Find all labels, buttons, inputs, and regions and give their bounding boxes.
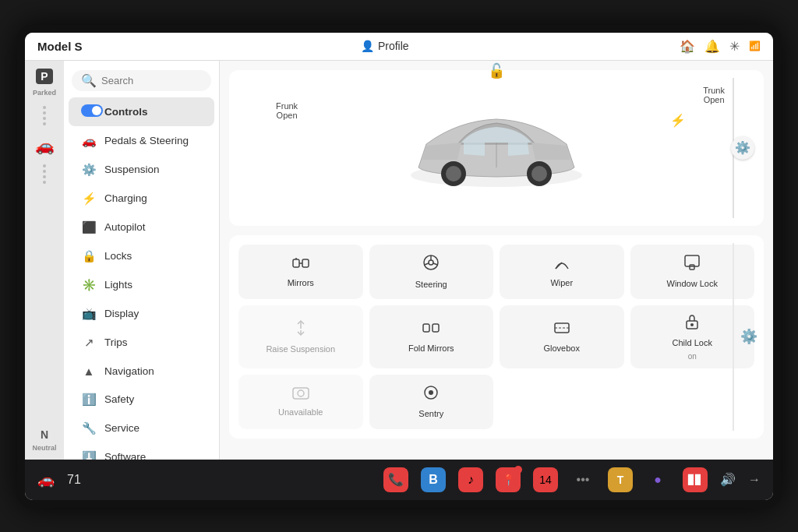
search-icon: 🔍 [81, 73, 97, 88]
steering-button[interactable]: Steering [369, 245, 494, 299]
wiper-icon [553, 255, 571, 274]
forward-icon[interactable]: → [748, 473, 761, 487]
sidebar-item-label: Software [104, 451, 146, 460]
taskbar: 🚗 71 📞 B ♪ 📍 14 ••• T [25, 460, 773, 500]
raise-suspension-label: Raise Suspension [266, 344, 335, 354]
svg-point-4 [531, 166, 547, 181]
sidebar-item-label: Pedals & Steering [104, 135, 189, 146]
more-app[interactable]: ••• [570, 467, 595, 492]
sidebar-item-display[interactable]: 📺 Display [69, 300, 214, 328]
sidebar-item-service[interactable]: 🔧 Service [69, 414, 214, 442]
bars-icon: ▊▊ [688, 474, 702, 485]
wiper-button[interactable]: Wiper [500, 245, 624, 299]
mirrors-button[interactable]: Mirrors [238, 245, 363, 299]
fold-mirrors-button[interactable]: Fold Mirrors [369, 305, 494, 368]
main-content: 🔓 Frunk Open [220, 61, 773, 460]
sidebar-item-navigation[interactable]: ▲ Navigation [69, 358, 214, 385]
music-icon: ♪ [468, 473, 474, 487]
trunk-label: Trunk Open [703, 86, 725, 104]
glovebox-button[interactable]: Glovebox [500, 305, 624, 368]
more-icon: ••• [577, 473, 590, 487]
bluetooth-app[interactable]: B [421, 467, 446, 492]
child-lock-button[interactable]: Child Lock on [630, 305, 755, 368]
music-app[interactable]: ♪ [458, 467, 483, 492]
child-lock-status: on [688, 352, 697, 361]
car-svg [395, 90, 598, 206]
sidebar-item-label: Safety [104, 393, 134, 405]
charging-icon: ⚡ [81, 192, 97, 206]
gear-status: Parked [33, 89, 56, 97]
car-icon[interactable]: 🚗 [37, 471, 55, 488]
svg-rect-7 [302, 259, 309, 267]
controls-gear-icon[interactable]: ⚙️ [740, 328, 757, 345]
raise-suspension-button[interactable]: Raise Suspension [238, 305, 363, 368]
settings-icon[interactable]: ✳ [729, 39, 740, 54]
calendar-icon: 14 [539, 474, 552, 486]
pedals-icon: 🚗 [81, 134, 97, 148]
lights-icon: ✳️ [81, 278, 97, 292]
sidebar-item-software[interactable]: ⬇️ Software [69, 443, 214, 460]
sound-icon[interactable]: 🔊 [720, 472, 736, 487]
svg-point-27 [298, 390, 304, 396]
bars-app[interactable]: ▊▊ [683, 467, 708, 492]
fold-mirrors-icon [422, 320, 440, 340]
controls-settings-gear[interactable]: ⚙️ [731, 136, 754, 160]
home-icon[interactable]: 🏠 [680, 39, 695, 54]
svg-rect-17 [690, 265, 694, 270]
header-icons: 🏠 🔔 ✳ 📶 [680, 39, 761, 54]
sidebar-item-safety[interactable]: ℹ️ Safety [69, 386, 214, 414]
software-icon: ⬇️ [81, 450, 97, 460]
sentry-button[interactable]: Sentry [369, 375, 494, 429]
sidebar-item-label: Autopilot [104, 221, 146, 233]
navigation-icon: ▲ [81, 365, 97, 378]
model-name: Model S [37, 40, 83, 53]
window-lock-button[interactable]: Window Lock [630, 245, 755, 299]
gear-indicator: P Parked 🚗 N Neutral [25, 61, 64, 460]
mirrors-icon [291, 255, 310, 274]
bell-icon[interactable]: 🔔 [704, 39, 720, 54]
search-input[interactable] [101, 75, 210, 86]
sidebar-item-label: Locks [104, 250, 132, 262]
trips-icon: ↗ [81, 336, 97, 350]
sidebar-item-label: Navigation [104, 365, 154, 377]
profile-area[interactable]: 👤 Profile [106, 40, 664, 52]
header: Model S 👤 Profile 🏠 🔔 ✳ 📶 [25, 33, 773, 61]
phone-app[interactable]: 📞 [383, 467, 408, 492]
calendar-app[interactable]: 14 [533, 467, 558, 492]
controls-row2: Raise Suspension Fold Mirrors [238, 305, 754, 368]
sidebar-item-lights[interactable]: ✳️ Lights [69, 271, 214, 299]
child-lock-icon [684, 313, 700, 334]
dot [43, 175, 46, 178]
sidebar-item-suspension[interactable]: ⚙️ Suspension [69, 156, 214, 184]
dot-app[interactable]: ● [645, 467, 670, 492]
svg-rect-20 [423, 324, 429, 332]
sidebar-item-locks[interactable]: 🔒 Locks [69, 242, 214, 270]
nav-app[interactable]: 📍 [496, 467, 521, 492]
sidebar-item-charging[interactable]: ⚡ Charging [69, 185, 214, 213]
svg-line-15 [556, 262, 562, 269]
autopilot-icon: ⬛ [81, 220, 97, 234]
window-lock-icon [683, 254, 701, 275]
sidebar-item-label: Service [104, 422, 139, 434]
search-bar[interactable]: 🔍 [72, 70, 211, 91]
tesla-app[interactable]: T [608, 467, 633, 492]
controls-row3: Unavailable Sentry [238, 375, 754, 429]
car-side-icon: 🚗 [35, 136, 55, 155]
steering-label: Steering [415, 280, 447, 290]
charge-icon: ⚡ [670, 113, 686, 128]
nav-icon: 📍 [502, 474, 515, 486]
unlock-icon: 🔓 [488, 62, 505, 79]
sidebar-item-pedals[interactable]: 🚗 Pedals & Steering [69, 127, 214, 155]
signal-icon: 📶 [749, 41, 761, 51]
svg-point-29 [429, 390, 433, 395]
toggle-on [81, 104, 103, 117]
locks-icon: 🔒 [81, 249, 97, 263]
gear-p: P [36, 69, 52, 84]
sidebar-item-autopilot[interactable]: ⬛ Autopilot [69, 213, 214, 241]
sidebar-item-trips[interactable]: ↗ Trips [69, 329, 214, 357]
unavailable-button[interactable]: Unavailable [238, 375, 363, 429]
sidebar-item-controls[interactable]: Controls [69, 97, 214, 126]
sidebar-item-label: Lights [104, 279, 132, 291]
temperature: 71 [67, 473, 81, 487]
sidebar: 🔍 Controls 🚗 Pedals & Steering ⚙️ Suspen… [64, 61, 220, 460]
